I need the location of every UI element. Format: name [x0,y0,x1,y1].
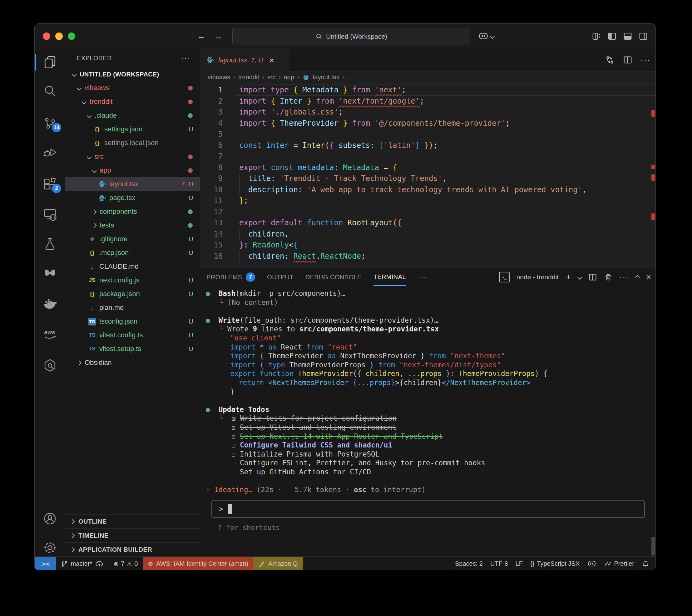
panel-tab-output[interactable]: OUTPUT [267,268,294,286]
toggle-sidebar-icon[interactable] [607,31,617,41]
panel-tab-debug-console[interactable]: DEBUG CONSOLE [306,268,362,286]
activity-item-butterfly-extension[interactable] [35,263,65,283]
back-icon[interactable]: ← [197,31,206,41]
activity-item-run-and-debug[interactable] [35,142,65,162]
svg-text:aws: aws [44,329,55,335]
close-window-button[interactable] [43,32,50,40]
amazon-q-status[interactable]: Amazon Q [253,557,302,570]
panel-more-tabs-icon[interactable]: ··· [418,273,427,282]
close-icon[interactable]: × [269,56,274,65]
encoding-status[interactable]: UTF-8 [486,557,512,570]
new-terminal-icon[interactable]: + [566,272,571,282]
chevron-down-icon [82,99,87,104]
tree-item-components[interactable]: components [65,205,200,218]
close-panel-icon[interactable]: × [646,272,651,282]
tree-item-vitest-config-ts[interactable]: TSvitest.config.tsU [65,328,200,342]
activity-item-remote-explorer[interactable] [35,205,65,224]
maximize-panel-icon[interactable] [635,274,640,280]
terminal-profile-chevron-icon[interactable] [577,274,582,280]
tab-layout-tsx[interactable]: layout.tsx 7, U × [200,49,289,71]
sidebar-section-application-builder[interactable]: APPLICATION BUILDER [65,542,200,556]
formatter-status[interactable]: ✓✓ Prettier [600,557,638,570]
tree-item-tsconfig-json[interactable]: TStsconfig.jsonU [65,314,200,328]
tree-item-package-json[interactable]: {}package.jsonU [65,287,200,301]
breadcrumb-item[interactable]: … [348,74,354,81]
code-line-4: 4import { ThemeProvider } from '@/compon… [200,118,656,129]
title-bar: ← → Untitled (Workspace) [35,24,655,49]
activity-item-amazon-q[interactable] [35,356,65,375]
problems-status[interactable]: ⊗ 7 ⚠ 0 [108,557,143,570]
terminal-session-label[interactable]: node - trenddit [517,273,559,281]
tree-item-vitest-setup-ts[interactable]: TSvitest.setup.tsU [65,342,200,356]
activity-item-testing[interactable] [35,234,65,254]
desktop: { "window": { "search_placeholder": "Unt… [0,0,692,616]
tree-item-page-tsx[interactable]: page.tsxU [65,191,200,205]
panel-tab-problems[interactable]: PROBLEMS7 [206,268,255,286]
language-status[interactable]: {} TypeScript JSX [526,557,583,570]
tree-item-claude-md[interactable]: ↓CLAUDE.md [65,260,200,273]
copilot-menu[interactable] [478,24,494,49]
forward-icon[interactable]: → [214,31,223,41]
code-editor[interactable]: 1import type { Metadata } from 'next';2i… [200,85,656,268]
toggle-panel-icon[interactable] [623,31,632,41]
activity-item-settings[interactable] [35,538,65,557]
zoom-window-button[interactable] [68,32,75,40]
activity-item-extensions[interactable]: 2 [35,174,65,194]
explorer-actions-icon[interactable]: ··· [181,53,191,63]
activity-item-explorer[interactable] [35,52,65,72]
sidebar-section-timeline[interactable]: TIMELINE [65,528,200,542]
command-center[interactable]: Untitled (Workspace) [232,28,470,45]
tree-item-settings-local-json[interactable]: {}settings.local.json [65,136,200,150]
split-editor-icon[interactable] [623,55,632,65]
notifications-status[interactable] [638,557,655,570]
tree-item--mcp-json[interactable]: {}.mcp.jsonU [65,246,200,260]
activity-item-source-control[interactable]: 14 [35,114,65,133]
tree-item-app[interactable]: app [65,163,200,177]
tree-item--claude[interactable]: .claude [65,109,200,122]
tree-item-plan-md[interactable]: ↓plan.md [65,301,200,314]
breadcrumb-item[interactable]: layout.tsx [313,74,339,81]
tree-item-trenddit[interactable]: trenddit [65,95,200,109]
panel-more-icon[interactable]: ··· [620,273,629,282]
minimize-window-button[interactable] [55,32,63,40]
breadcrumb-item[interactable]: vibeaws [208,74,230,81]
customize-layout-icon[interactable] [592,31,601,41]
activity-item-search[interactable] [35,82,65,101]
activity-item-accounts[interactable] [35,509,65,528]
tree-item-layout-tsx[interactable]: layout.tsx7, U [65,177,200,191]
tree-item-next-config-js[interactable]: JSnext.config.jsU [65,273,200,287]
breadcrumb-item[interactable]: app [284,74,294,81]
aws-status[interactable]: ⊗ AWS: IAM Identity Center (amzn) [143,557,253,570]
tree-item-vibeaws[interactable]: vibeaws [65,81,200,95]
kill-terminal-icon[interactable] [604,273,613,282]
tree-item-src[interactable]: src [65,150,200,163]
toggle-secondary-sidebar-icon[interactable] [638,31,648,41]
tree-item-untitled-workspace-[interactable]: UNTITLED (WORKSPACE) [65,67,200,81]
terminal-scrollbar[interactable] [651,537,655,555]
sidebar-section-outline[interactable]: OUTLINE [65,514,200,528]
remote-indicator[interactable]: >< [35,557,56,570]
split-terminal-icon[interactable] [588,273,597,282]
activity-item-aws-toolkit[interactable]: aws [35,324,65,343]
breadcrumb-item[interactable]: src [267,74,276,81]
indentation-status[interactable]: Spaces: 2 [451,557,486,570]
panel-tab-label: OUTPUT [267,274,294,281]
line-number: 4 [200,118,223,129]
git-status-badge: U [189,194,193,202]
more-actions-icon[interactable]: ··· [641,55,650,65]
tree-item-settings-json[interactable]: {}settings.jsonU [65,122,200,136]
eol-status[interactable]: LF [512,557,526,570]
activity-item-docker[interactable] [35,294,65,314]
terminal-output[interactable]: ● Bash(mkdir -p src/components)…└ (No co… [200,289,656,494]
json-file-icon: {} [87,249,97,256]
breadcrumb-item[interactable]: trenddit [238,74,259,81]
claude-input-box[interactable]: > [211,500,645,518]
panel-tab-terminal[interactable]: TERMINAL [374,268,406,286]
open-changes-icon[interactable] [605,55,615,65]
git-branch-status[interactable]: master* [56,557,109,570]
tree-item-tests[interactable]: tests [65,218,200,232]
tree-item-obsidian[interactable]: Obsidian [65,356,200,370]
copilot-status[interactable] [583,557,600,570]
tree-item--gitignore[interactable]: .gitignoreU [65,232,200,246]
chevron-right-icon [77,360,82,365]
